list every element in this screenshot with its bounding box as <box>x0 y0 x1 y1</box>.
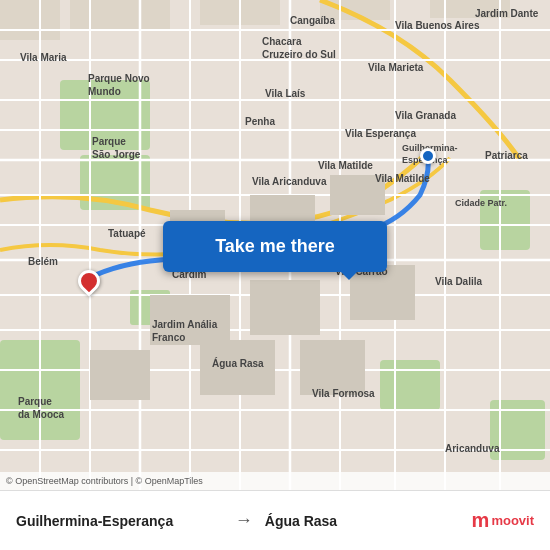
svg-rect-41 <box>350 265 415 320</box>
svg-rect-12 <box>430 0 510 18</box>
svg-rect-43 <box>200 340 275 395</box>
svg-rect-8 <box>0 0 60 40</box>
moovit-text: moovit <box>491 513 534 528</box>
svg-rect-2 <box>60 80 150 150</box>
svg-rect-5 <box>480 190 530 250</box>
svg-rect-4 <box>380 360 440 410</box>
footer-arrow: → <box>235 510 253 531</box>
svg-rect-40 <box>250 280 320 335</box>
svg-rect-9 <box>70 0 170 30</box>
svg-rect-42 <box>90 350 150 400</box>
button-label: Take me there <box>215 236 335 257</box>
moovit-logo: m moovit <box>472 509 534 532</box>
attribution-text: © OpenStreetMap contributors | © OpenMap… <box>6 476 203 486</box>
footer-from: Guilhermina-Esperança <box>16 513 223 529</box>
footer: Guilhermina-Esperança → Água Rasa m moov… <box>0 490 550 550</box>
svg-rect-39 <box>150 295 230 345</box>
footer-to: Água Rasa <box>265 513 472 529</box>
svg-rect-44 <box>300 340 365 395</box>
map-attribution: © OpenStreetMap contributors | © OpenMap… <box>0 472 550 490</box>
map-container: Cangaíba Vila Buenos Aires Jardim Dante … <box>0 0 550 490</box>
svg-rect-38 <box>330 175 385 215</box>
take-me-there-button[interactable]: Take me there <box>163 221 387 272</box>
destination-marker <box>420 148 436 164</box>
pin-head <box>73 265 104 296</box>
origin-marker <box>78 270 100 292</box>
moovit-m-letter: m <box>472 509 490 532</box>
